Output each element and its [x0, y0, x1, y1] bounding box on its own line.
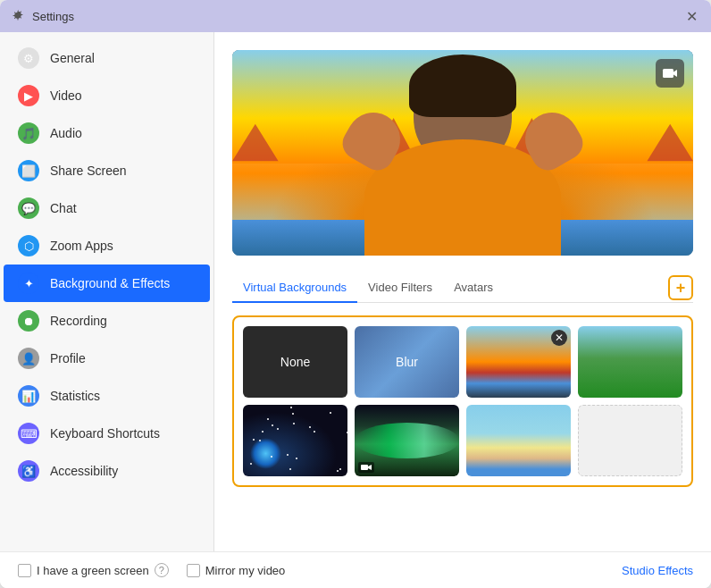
sidebar-item-background-effects[interactable]: ✦Background & Effects [4, 265, 210, 302]
video-preview [232, 50, 693, 256]
green-screen-help-icon[interactable]: ? [155, 563, 169, 577]
bg-item-empty[interactable] [578, 405, 682, 476]
sidebar-item-statistics[interactable]: 📊Statistics [4, 377, 210, 415]
window-title: Settings [32, 10, 74, 23]
sidebar-item-general[interactable]: ⚙General [4, 39, 210, 77]
zoom-apps-icon: ⬡ [18, 235, 39, 256]
profile-icon: 👤 [18, 348, 39, 369]
backgrounds-grid: NoneBlur✕ [232, 315, 693, 487]
chat-icon: 💬 [18, 197, 39, 219]
sidebar-label-recording: Recording [50, 314, 107, 328]
green-screen-label: I have a green screen [37, 564, 149, 577]
general-icon: ⚙ [18, 47, 39, 69]
bottom-bar: I have a green screen ? Mirror my video … [0, 551, 711, 588]
sidebar-item-chat[interactable]: 💬Chat [4, 189, 210, 227]
green-screen-option[interactable]: I have a green screen ? [18, 563, 169, 577]
add-background-button[interactable]: + [668, 275, 693, 300]
sidebar-item-profile[interactable]: 👤Profile [4, 340, 210, 377]
keyboard-icon: ⌨ [18, 423, 39, 444]
bg-item-golden-gate[interactable]: ✕ [466, 326, 571, 398]
sidebar-label-keyboard-shortcuts: Keyboard Shortcuts [50, 426, 160, 441]
sidebar-label-share-screen: Share Screen [50, 164, 127, 178]
background-icon: ✦ [18, 273, 39, 294]
sidebar-item-zoom-apps[interactable]: ⬡Zoom Apps [4, 227, 210, 265]
tab-video-filters[interactable]: Video Filters [357, 273, 443, 303]
sidebar-item-recording[interactable]: ⏺Recording [4, 302, 210, 340]
mirror-video-option[interactable]: Mirror my video [187, 564, 286, 577]
recording-icon: ⏺ [18, 310, 39, 332]
bg-item-none[interactable]: None [243, 326, 347, 398]
delete-bg-button[interactable]: ✕ [551, 330, 567, 346]
camera-toggle-button[interactable] [656, 59, 684, 88]
bg-item-blur[interactable]: Blur [355, 326, 459, 398]
statistics-icon: 📊 [18, 385, 39, 407]
content-area: ⚙General▶Video🎵Audio⬜Share Screen💬Chat⬡Z… [0, 32, 711, 551]
video-badge-icon [358, 462, 374, 473]
person-hair [409, 55, 516, 117]
tab-virtual-backgrounds[interactable]: Virtual Backgrounds [232, 273, 357, 303]
sidebar-label-video: Video [50, 88, 82, 103]
mirror-video-checkbox[interactable] [187, 564, 200, 577]
bg-item-space[interactable] [243, 405, 347, 476]
bg-item-grass[interactable] [578, 326, 682, 398]
accessibility-icon: ♿ [18, 460, 39, 482]
bg-item-beach[interactable] [466, 405, 571, 476]
sidebar-item-video[interactable]: ▶Video [4, 77, 210, 114]
audio-icon: 🎵 [18, 122, 39, 144]
camera-icon [662, 65, 678, 81]
preview-image [232, 50, 693, 256]
video-icon: ▶ [18, 85, 39, 106]
sidebar-item-audio[interactable]: 🎵Audio [4, 114, 210, 152]
tabs-row: Virtual BackgroundsVideo FiltersAvatars+ [232, 273, 693, 303]
sidebar-item-keyboard-shortcuts[interactable]: ⌨Keyboard Shortcuts [4, 415, 210, 452]
settings-icon [11, 9, 25, 23]
sidebar-label-accessibility: Accessibility [50, 464, 118, 478]
sidebar-label-statistics: Statistics [50, 389, 100, 403]
studio-effects-link[interactable]: Studio Effects [622, 564, 693, 577]
sidebar-item-share-screen[interactable]: ⬜Share Screen [4, 152, 210, 189]
tab-avatars[interactable]: Avatars [443, 273, 504, 303]
bg-item-aurora[interactable] [355, 405, 459, 476]
main-panel: Virtual BackgroundsVideo FiltersAvatars+… [214, 32, 711, 551]
sidebar-label-background-effects: Background & Effects [50, 276, 170, 290]
sidebar-label-zoom-apps: Zoom Apps [50, 239, 113, 253]
titlebar: Settings ✕ [0, 0, 711, 32]
sidebar: ⚙General▶Video🎵Audio⬜Share Screen💬Chat⬡Z… [0, 32, 214, 551]
sidebar-label-chat: Chat [50, 201, 77, 215]
window-title-area: Settings [11, 9, 74, 23]
svg-rect-1 [663, 69, 673, 78]
sidebar-label-audio: Audio [50, 126, 82, 140]
mirror-video-label: Mirror my video [205, 564, 286, 577]
settings-window: Settings ✕ ⚙General▶Video🎵Audio⬜Share Sc… [0, 0, 711, 588]
sidebar-item-accessibility[interactable]: ♿Accessibility [4, 452, 210, 490]
share-screen-icon: ⬜ [18, 160, 39, 181]
green-screen-checkbox[interactable] [18, 564, 31, 577]
svg-rect-2 [361, 465, 368, 470]
sidebar-label-general: General [50, 51, 95, 65]
close-button[interactable]: ✕ [682, 7, 700, 25]
sidebar-label-profile: Profile [50, 351, 86, 365]
